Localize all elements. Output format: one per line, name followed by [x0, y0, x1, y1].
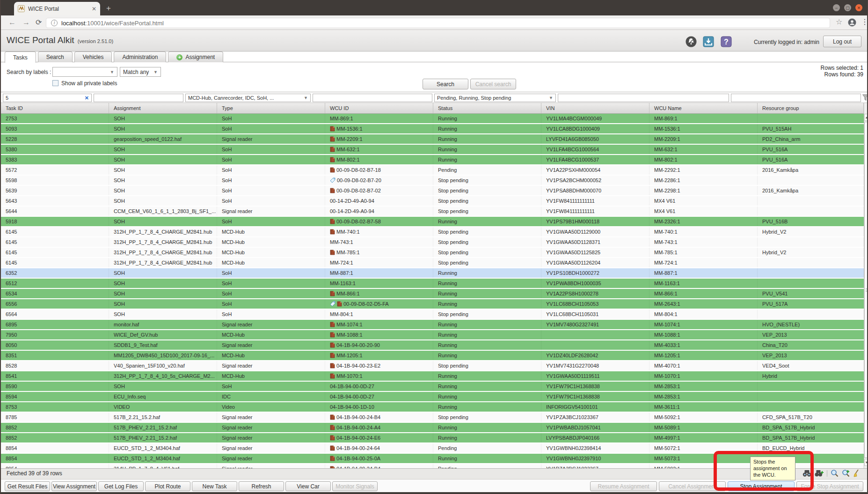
tab-assignment[interactable]: +Assignment: [168, 52, 223, 62]
table-row[interactable]: 8528V40_Spanien_15F100_v20.hafSignal rea…: [1, 361, 864, 371]
add-find-binoculars-icon[interactable]: [815, 470, 824, 477]
column-header-vin[interactable]: VIN: [541, 103, 649, 113]
table-row[interactable]: 8541312H_PP_1_7_8_4_10_5s_CHARGE_M2...MC…: [1, 371, 864, 382]
monitor-signals-button[interactable]: Monitor Signals: [332, 481, 378, 491]
table-row[interactable]: 5644CCM_CEM_V60_1_6_1_1_2803_Bj_SF1_...S…: [1, 206, 864, 217]
search-button[interactable]: Search: [423, 79, 468, 89]
table-row[interactable]: 2753SOHSoHMM-869:1RunningYV1LMA4BCGM0000…: [1, 114, 864, 124]
table-row[interactable]: 8050SDDB1_9_Test.hafSignal reader04-1B-9…: [1, 340, 864, 351]
site-info-icon[interactable]: i: [51, 20, 58, 26]
table-row[interactable]: 8351MM1205_DWB450_15D100_2017-09-16_...M…: [1, 351, 864, 361]
table-row[interactable]: 8852517B_PHEV_2.21_15.2.hafSignal reader…: [1, 433, 864, 443]
browser-menu-dots-icon[interactable]: ⋮: [861, 17, 868, 27]
match-select[interactable]: Match any▼: [120, 67, 161, 77]
plot-route-button[interactable]: Plot Route: [145, 481, 190, 491]
table-row[interactable]: 6895monitor.hafSignal readerMM-1074:1Run…: [1, 320, 864, 330]
find-binoculars-icon[interactable]: [802, 470, 811, 477]
maximize-icon[interactable]: ▢: [844, 4, 851, 11]
profile-avatar-icon[interactable]: [848, 18, 856, 27]
logout-button[interactable]: Log out: [823, 36, 861, 47]
new-task-button[interactable]: New Task: [192, 481, 237, 491]
new-tab-icon[interactable]: +: [106, 4, 111, 12]
table-row[interactable]: 8954314H_PP_1_7_8_4_V61.hafSignal reader…: [1, 464, 864, 468]
scroll-up-icon[interactable]: ▲: [864, 114, 868, 121]
clear-filter-icon[interactable]: ✕: [85, 95, 89, 101]
task-id-filter-input[interactable]: 5✕: [3, 94, 92, 102]
tab-search[interactable]: Search: [38, 52, 73, 62]
view-assignment-button[interactable]: View Assignment: [51, 481, 97, 491]
table-row[interactable]: 6352SOHSoHMM-887:1RunningYV1PS10BDH10002…: [1, 268, 864, 279]
table-row[interactable]: 6145312H_PP_1_7_8_4_CHARGE_M2841.hubMCD-…: [1, 237, 864, 248]
table-row[interactable]: 5228gearposition_speed_0122.hafSignal re…: [1, 134, 864, 145]
table-row[interactable]: 6534SOHSoHMM-866:1RunningYV1A22PS8H10002…: [1, 289, 864, 299]
table-row[interactable]: 8753VIDEOVideo04-1B-94-00-1D-10RunningIN…: [1, 402, 864, 413]
show-private-labels-checkbox[interactable]: [52, 80, 58, 86]
tab-tasks[interactable]: Tasks: [5, 52, 36, 63]
table-row[interactable]: 5639SOHSoH00-09-D8-02-B7-02Stop pendingY…: [1, 186, 864, 196]
clean-broom-icon[interactable]: [853, 469, 861, 477]
forward-icon[interactable]: →: [22, 17, 30, 28]
help-icon[interactable]: ?: [721, 36, 732, 47]
wcu-name-filter-input[interactable]: [731, 94, 861, 102]
filter-funnel-icon[interactable]: [862, 94, 868, 101]
table-row[interactable]: 8854EUCD_STD_1_2_M3404.hafSignal reader0…: [1, 454, 864, 464]
table-row[interactable]: 5643SOHSoH00-14-2D-49-A0-94Stop pendingY…: [1, 196, 864, 206]
table-row[interactable]: 6145312H_PP_1_7_8_4_CHARGE_M2841.hubMCD-…: [1, 248, 864, 258]
type-filter-select[interactable]: MCD-Hub, Canrecorder, IDC, SoH, ...▼: [185, 94, 311, 102]
zoom-icon[interactable]: [831, 469, 839, 477]
column-header-task-id[interactable]: Task ID: [1, 103, 109, 113]
download-icon[interactable]: [703, 36, 714, 47]
column-header-wcu-name[interactable]: WCU Name: [649, 103, 758, 113]
column-header-status[interactable]: Status: [433, 103, 541, 113]
status-filter-select[interactable]: Pending, Running, Stop pending▼: [434, 94, 556, 102]
table-row[interactable]: 8854EUCD_STD_1_2_M3404.hafSignal reader0…: [1, 443, 864, 454]
add-zoom-icon[interactable]: [842, 469, 850, 477]
vin-filter-input[interactable]: [558, 94, 729, 102]
labels-select[interactable]: ▼: [52, 67, 117, 77]
refresh-button[interactable]: Refresh: [239, 481, 284, 491]
table-row[interactable]: 5598SOHSoH00-09-D8-02-B7-20Stop pendingY…: [1, 176, 864, 186]
table-row[interactable]: 8594ECU_Info.seqIDC04-1B-94-00-0D-27Runn…: [1, 392, 864, 402]
table-row[interactable]: 5918SOHSoH00-09-D8-02-B7-58RunningYV1PS7…: [1, 217, 864, 227]
table-row[interactable]: 6145312H_PP_1_7_8_4_CHARGE_M2841.hubMCD-…: [1, 227, 864, 237]
get-result-files-button[interactable]: Get Result Files: [5, 481, 50, 491]
table-row[interactable]: 6556SOHSoH00-09-D8-02-D5-FARunningYV1LC6…: [1, 299, 864, 310]
table-row[interactable]: 6512SOHSoHMM-1163:1RunningYV1PWA8BDH1000…: [1, 279, 864, 289]
assignment-filter-input[interactable]: [94, 94, 183, 102]
minimize-icon[interactable]: –: [833, 4, 840, 11]
wcu-id-filter-input[interactable]: [313, 94, 432, 102]
tab-close-icon[interactable]: ✕: [92, 6, 96, 12]
tab-administration[interactable]: Administration: [114, 52, 166, 62]
back-icon[interactable]: ←: [8, 17, 16, 28]
cancel-assignment-button[interactable]: Cancel Assignment: [659, 481, 726, 491]
table-row[interactable]: 5572SOHSoH00-09-D8-02-B7-18PendingYV1A22…: [1, 165, 864, 176]
table-row[interactable]: 6145312H_PP_1_7_8_4_CHARGE_M2841.hubMCD-…: [1, 258, 864, 268]
vertical-scrollbar[interactable]: ▲ ▼: [864, 103, 868, 468]
table-row[interactable]: 5093SOHSoHMM-1536:1RunningYV1LCA8BDG1000…: [1, 124, 864, 134]
view-car-button[interactable]: View Car: [285, 481, 331, 491]
table-row[interactable]: 6564SOHSoHMM-804:1Stop pendingYV1LC68BCH…: [1, 310, 864, 320]
force-stop-assignment-button[interactable]: Force Stop Assignment: [796, 481, 863, 491]
scroll-down-icon[interactable]: ▼: [864, 459, 868, 466]
bookmark-star-icon[interactable]: ☆: [836, 17, 842, 27]
url-bar[interactable]: i localhost:10001/wice/FastePortal.html: [46, 18, 830, 28]
cancel-search-button[interactable]: Cancel search: [470, 79, 516, 89]
resume-assignment-button[interactable]: Resume Assignment: [590, 481, 657, 491]
table-row[interactable]: 8785517B_2.21_15.2.hafSignal reader04-1B…: [1, 413, 864, 423]
scrollbar-thumb[interactable]: [864, 122, 868, 458]
table-row[interactable]: 8852517B_PHEV_2.21_15.2.hafSignal reader…: [1, 423, 864, 433]
tab-vehicles[interactable]: Vehicles: [74, 52, 112, 62]
column-header-resource-group[interactable]: Resource group: [758, 103, 864, 113]
notifications-muted-bell-icon[interactable]: [686, 36, 697, 47]
table-row[interactable]: 5380SOHSoHMM-632:1RunningYV1LFA4BCG10005…: [1, 145, 864, 155]
close-icon[interactable]: ✕: [855, 4, 862, 11]
column-header-wcu-id[interactable]: WCU ID: [325, 103, 433, 113]
column-header-assignment[interactable]: Assignment: [109, 103, 217, 113]
reload-icon[interactable]: ⟳: [36, 17, 42, 28]
table-row[interactable]: 5383SOHSoHMM-802:1RunningYV1LFA4BCG10005…: [1, 155, 864, 165]
table-row[interactable]: 8590SOHSoH04-1B-94-00-0D-27RunningYV1FW7…: [1, 382, 864, 392]
browser-tab[interactable]: WICE Portal ✕: [14, 2, 100, 15]
stop-assignment-button[interactable]: Stop Assignment: [728, 481, 795, 491]
column-header-type[interactable]: Type: [217, 103, 325, 113]
table-row[interactable]: 7950WICE_Def_GV.hubMCD-HubMM-1088:1Runni…: [1, 330, 864, 340]
